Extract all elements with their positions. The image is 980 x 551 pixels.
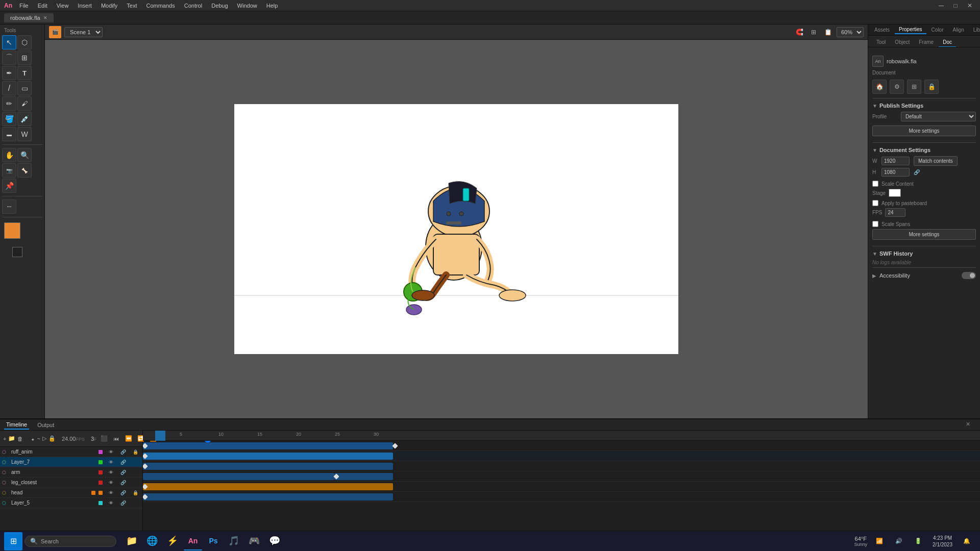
taskbar-search-box[interactable]: 🔍 Search <box>24 536 116 547</box>
accessibility-row[interactable]: ▶ Accessibility <box>872 272 976 279</box>
menu-edit[interactable]: Edit <box>34 2 52 10</box>
timeline-tab[interactable]: Timeline <box>4 420 29 430</box>
layer-link-arm[interactable]: 🔗 <box>118 467 128 478</box>
taskbar-app7[interactable]: 🎮 <box>245 532 263 550</box>
taskbar-chrome[interactable]: ⚡ <box>163 532 182 550</box>
track-ruff[interactable] <box>143 441 980 451</box>
subtab-object[interactable]: Object <box>891 38 914 47</box>
layer-lock-arm[interactable] <box>130 467 140 478</box>
stage[interactable] <box>234 104 678 354</box>
doc-btn-lock[interactable]: 🔒 <box>924 80 939 94</box>
layer-link-head[interactable]: 🔗 <box>118 488 128 498</box>
timeline-close-btn[interactable]: ✕ <box>966 421 976 429</box>
layer-vis-leg[interactable]: 👁 <box>106 478 116 488</box>
menu-view[interactable]: View <box>53 2 73 10</box>
layer-lock-layer5[interactable] <box>130 498 140 508</box>
close-btn[interactable]: ✕ <box>964 1 976 11</box>
tl-add-layer[interactable]: + <box>3 434 6 444</box>
height-input[interactable] <box>881 168 910 177</box>
taskbar-file-explorer[interactable]: 📁 <box>122 532 141 550</box>
scale-spans-checkbox[interactable] <box>872 221 878 227</box>
width-input[interactable] <box>881 157 910 165</box>
tl-lock-all[interactable]: 🔒 <box>48 434 56 444</box>
fill-color-swatch[interactable] <box>4 222 20 239</box>
volume-icon[interactable]: 🔊 <box>890 532 908 550</box>
swf-history-header[interactable]: ▼ SWF History <box>872 251 976 257</box>
menu-help[interactable]: Help <box>262 2 282 10</box>
layer-link-ruff[interactable]: 🔗 <box>118 447 128 457</box>
layer-ruff-anim[interactable]: ⬡ ruff_anim 👁 🔗 🔒 <box>0 447 142 457</box>
tool-bone[interactable]: 🦴 <box>17 163 32 178</box>
menu-debug[interactable]: Debug <box>207 2 232 10</box>
tool-more[interactable]: ··· <box>2 199 16 214</box>
layer-vis-layer5[interactable]: 👁 <box>106 498 116 508</box>
menu-insert[interactable]: Insert <box>74 2 96 10</box>
profile-select[interactable]: Default <box>901 112 976 121</box>
minimize-btn[interactable]: ─ <box>935 1 947 11</box>
tool-line[interactable]: / <box>2 81 16 95</box>
layer-vis-ruff[interactable]: 👁 <box>106 447 116 457</box>
layer-link-layer5[interactable]: 🔗 <box>118 498 128 508</box>
menu-commands[interactable]: Commands <box>142 2 179 10</box>
tl-back[interactable]: ⏪ <box>124 434 134 444</box>
layer-vis-head[interactable]: 👁 <box>106 488 116 498</box>
layer-link-layer7[interactable]: 🔗 <box>118 457 128 467</box>
menu-file[interactable]: File <box>15 2 33 10</box>
document-settings-header[interactable]: ▼ Document Settings <box>872 147 976 153</box>
tab-properties[interactable]: Properties <box>895 26 926 34</box>
taskbar-animate[interactable]: An <box>184 532 202 550</box>
taskbar-app8[interactable]: 💬 <box>265 532 284 550</box>
layer-vis-layer7[interactable]: 👁 <box>106 457 116 467</box>
network-icon[interactable]: 📶 <box>870 532 889 550</box>
taskbar-app6[interactable]: 🎵 <box>225 532 243 550</box>
file-tab[interactable]: robowalk.fla ✕ <box>4 13 54 22</box>
layer-layer5[interactable]: ⬡ Layer_5 👁 🔗 <box>0 498 142 508</box>
subtab-doc[interactable]: Doc <box>939 38 956 47</box>
tool-eyedropper[interactable]: 💉 <box>17 112 32 126</box>
tool-pen[interactable]: ✒ <box>2 66 16 80</box>
clip-btn[interactable]: 📋 <box>822 27 834 38</box>
clock[interactable]: 4:23 PM 2/1/2023 <box>928 535 957 548</box>
layer-vis-arm[interactable]: 👁 <box>106 467 116 478</box>
stage-color-picker[interactable] <box>889 189 901 197</box>
doc-btn-fit[interactable]: ⊞ <box>907 80 921 94</box>
doc-btn-settings[interactable]: ⚙ <box>890 80 904 94</box>
tool-width[interactable]: W <box>17 127 32 141</box>
more-settings-btn-doc[interactable]: More settings <box>872 229 976 240</box>
tl-stop[interactable]: ⬛ <box>99 434 109 444</box>
tool-transform[interactable]: ⊞ <box>17 51 32 65</box>
scene-selector[interactable]: Scene 1 <box>64 27 103 37</box>
menu-modify[interactable]: Modify <box>97 2 121 10</box>
publish-settings-header[interactable]: ▼ Publish Settings <box>872 103 976 109</box>
menu-control[interactable]: Control <box>180 2 206 10</box>
layer-link-leg[interactable]: 🔗 <box>118 478 128 488</box>
scale-content-checkbox[interactable] <box>872 181 878 187</box>
tool-zoom[interactable]: 🔍 <box>17 148 32 162</box>
zoom-select[interactable]: 60% <box>837 27 864 37</box>
tl-prev-frame[interactable]: ⏮ <box>111 434 121 444</box>
tool-pin[interactable]: 📌 <box>2 179 16 193</box>
tool-pencil[interactable]: ✏ <box>2 96 16 111</box>
battery-icon[interactable]: 🔋 <box>909 532 927 550</box>
match-contents-btn[interactable]: Match contents <box>914 156 958 166</box>
layer-lock-layer7[interactable] <box>130 457 140 467</box>
track-layer5[interactable] <box>143 492 980 502</box>
menu-window[interactable]: Window <box>233 2 261 10</box>
layer-lock-head[interactable]: 🔒 <box>130 488 140 498</box>
tool-rect[interactable]: ▭ <box>17 81 32 95</box>
tool-text[interactable]: T <box>17 66 32 80</box>
track-arm[interactable] <box>143 461 980 471</box>
tab-library[interactable]: Library <box>969 26 980 34</box>
more-settings-btn-publish[interactable]: More settings <box>872 126 976 136</box>
tool-subselection[interactable]: ⬡ <box>17 35 32 49</box>
layer-layer7[interactable]: ⬡ Layer_7 👁 🔗 <box>0 457 142 467</box>
taskbar-edge[interactable]: 🌐 <box>143 532 161 550</box>
stroke-color-swatch[interactable] <box>12 247 22 257</box>
tl-motion[interactable]: ~ <box>37 434 40 444</box>
tool-lasso[interactable]: ⌒ <box>2 51 16 65</box>
layer-leg-closest[interactable]: ⬡ leg_closest 👁 🔗 <box>0 478 142 488</box>
menu-text[interactable]: Text <box>122 2 141 10</box>
tl-folder[interactable]: 📁 <box>8 434 15 444</box>
tool-selection[interactable]: ↖ <box>2 35 16 49</box>
tl-delete[interactable]: 🗑 <box>17 434 23 444</box>
